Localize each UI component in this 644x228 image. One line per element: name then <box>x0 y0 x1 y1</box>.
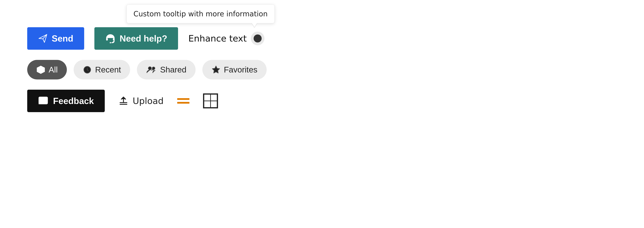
chip-all[interactable]: All <box>27 60 67 79</box>
enhance-text-label: Enhance text <box>188 33 246 44</box>
upload-group[interactable]: Upload <box>118 96 164 106</box>
headset-icon <box>105 33 116 44</box>
grid-cell-4 <box>210 101 217 108</box>
send-icon <box>38 34 48 43</box>
info-button[interactable] <box>251 32 264 45</box>
need-help-button[interactable]: Need help? <box>94 27 178 50</box>
tooltip-text: Custom tooltip with more information <box>134 10 268 18</box>
svg-rect-1 <box>113 38 114 41</box>
need-help-label: Need help? <box>120 33 167 44</box>
grid-cell-1 <box>204 94 210 101</box>
hamburger-line-1 <box>177 98 190 100</box>
upload-label: Upload <box>133 96 164 106</box>
action-buttons-row: Send Need help? Enhance text <box>27 27 267 50</box>
chip-shared-label: Shared <box>160 65 186 74</box>
grid-cell-3 <box>204 101 210 108</box>
chip-recent-label: Recent <box>95 65 121 74</box>
chip-favorites-label: Favorites <box>224 65 257 74</box>
send-label: Send <box>52 33 73 44</box>
send-button[interactable]: Send <box>27 27 84 50</box>
svg-point-2 <box>110 42 111 43</box>
info-tooltip: Custom tooltip with more information <box>126 5 275 23</box>
svg-point-7 <box>148 67 151 70</box>
grid-view-icon[interactable] <box>203 93 218 108</box>
chip-all-label: All <box>49 65 58 74</box>
grid-cell-2 <box>210 94 217 101</box>
svg-rect-0 <box>106 38 108 41</box>
star-icon <box>212 65 220 74</box>
feedback-button[interactable]: Feedback <box>27 90 105 112</box>
shared-icon <box>146 65 156 74</box>
toolbar-row: Feedback Upload <box>27 90 267 112</box>
list-view-icon[interactable] <box>177 98 190 104</box>
chip-favorites[interactable]: Favorites <box>202 60 266 79</box>
cube-icon <box>36 65 45 74</box>
feedback-label: Feedback <box>53 96 94 106</box>
info-icon <box>253 34 262 43</box>
enhance-text-group: Enhance text Custom tooltip with more in… <box>188 32 264 45</box>
hamburger-line-2 <box>177 102 190 104</box>
upload-icon <box>118 96 128 106</box>
svg-point-8 <box>152 67 155 69</box>
feedback-icon <box>38 96 48 106</box>
chip-shared[interactable]: Shared <box>137 60 196 79</box>
clock-icon <box>83 65 92 74</box>
filter-chips-row: All Recent Shared <box>27 60 267 79</box>
chip-recent[interactable]: Recent <box>74 60 130 79</box>
